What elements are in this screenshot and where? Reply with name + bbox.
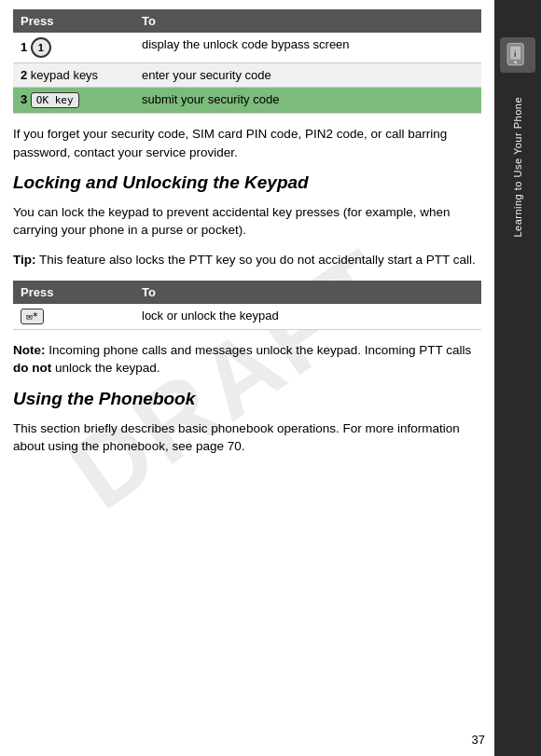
ok-key-icon: OK key [31, 92, 79, 108]
table1-row2-action: enter your security code [134, 63, 481, 88]
table1-row1-key: 1 1 [13, 33, 134, 63]
table1-row2-key: 2 keypad keys [13, 63, 134, 88]
table2-header-to: To [134, 281, 481, 304]
row-num: 3 [21, 92, 27, 106]
table-2: Press To ✉* lock or unlock the keypad [13, 281, 481, 330]
star-key-icon: ✉* [21, 309, 44, 324]
table1-header-press: Press [13, 9, 134, 33]
row-num: 2 [21, 68, 27, 82]
tip-label: Tip: [13, 253, 36, 267]
table-row: 1 1 display the unlock code bypass scree… [13, 33, 481, 63]
note-paragraph: Note: Incoming phone calls and messages … [13, 341, 481, 378]
table-row: 2 keypad keys enter your security code [13, 63, 481, 88]
paragraph-phonebook: This section briefly describes basic pho… [13, 419, 481, 456]
tip-paragraph: Tip: This feature also locks the PTT key… [13, 251, 481, 269]
note-label: Note: [13, 343, 46, 357]
table2-row1-action: lock or unlock the keypad [134, 304, 481, 330]
info-icon: i [505, 42, 531, 68]
info-icon-box: i [500, 37, 535, 73]
table-1: Press To 1 1 display the unlock code byp… [13, 9, 481, 114]
table-row: ✉* lock or unlock the keypad [13, 304, 481, 330]
table1-row3-key: 3 OK key [13, 88, 134, 114]
note-text-2: unlock the keypad. [51, 361, 160, 375]
table2-header-press: Press [13, 281, 134, 304]
note-text-1: Incoming phone calls and messages unlock… [46, 343, 472, 357]
table1-row3-action: submit your security code [134, 88, 481, 114]
note-bold: do not [13, 361, 51, 375]
table2-row1-key: ✉* [13, 304, 134, 330]
sidebar-label: Learning to Use Your Phone [512, 97, 523, 238]
key-1-icon: 1 [31, 37, 51, 58]
page-number: 37 [472, 733, 485, 747]
heading-phonebook: Using the Phonebook [13, 389, 481, 410]
table1-row1-action: display the unlock code bypass screen [134, 33, 481, 63]
svg-text:i: i [514, 49, 516, 59]
heading-locking-keypad: Locking and Unlocking the Keypad [13, 172, 481, 194]
row-num: 1 [21, 40, 27, 54]
svg-point-2 [514, 61, 517, 63]
paragraph-security-code: If you forget your security code, SIM ca… [13, 125, 481, 161]
table-row: 3 OK key submit your security code [13, 88, 481, 114]
tip-text: This feature also locks the PTT key so y… [36, 253, 476, 267]
keypad-keys-label: keypad keys [31, 68, 98, 82]
paragraph-lock-keypad: You can lock the keypad to prevent accid… [13, 203, 481, 240]
sidebar: i Learning to Use Your Phone [494, 0, 541, 756]
table1-header-to: To [134, 9, 481, 33]
